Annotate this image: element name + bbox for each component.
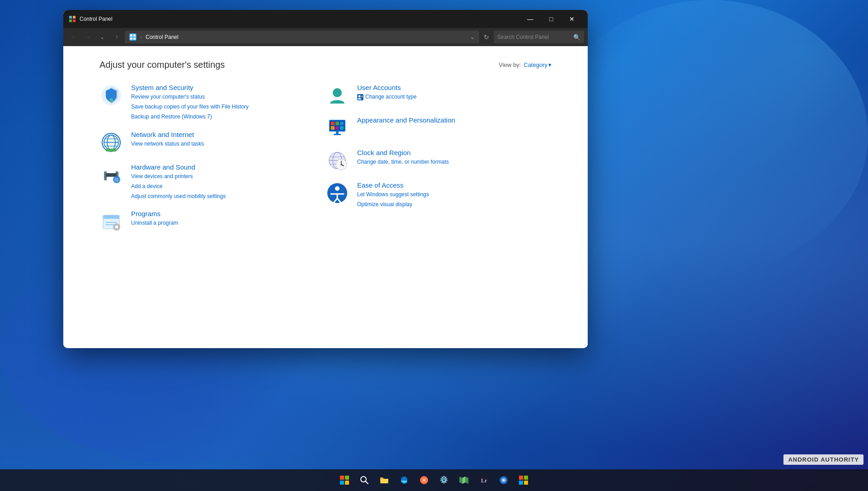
svg-rect-0 bbox=[69, 16, 72, 19]
history-dropdown-button[interactable]: ⌄ bbox=[96, 31, 108, 43]
taskbar-lightroom-button[interactable]: Lr bbox=[475, 471, 493, 489]
ease-access-link-1[interactable]: Let Windows suggest settings bbox=[357, 190, 429, 199]
minimize-button[interactable]: — bbox=[520, 10, 541, 28]
svg-rect-4 bbox=[130, 34, 132, 37]
svg-rect-79 bbox=[524, 476, 528, 480]
svg-point-9 bbox=[109, 98, 113, 102]
hardware-sound-title[interactable]: Hardware and Sound bbox=[131, 163, 226, 171]
category-hardware-sound: Hardware and Sound View devices and prin… bbox=[99, 163, 326, 201]
svg-rect-62 bbox=[345, 476, 349, 480]
appearance-text: Appearance and Personalization bbox=[357, 116, 455, 124]
ease-access-icon bbox=[326, 181, 349, 205]
svg-rect-3 bbox=[73, 19, 75, 22]
view-by-label: View by: bbox=[499, 61, 521, 68]
category-ease-access: Ease of Access Let Windows suggest setti… bbox=[326, 181, 552, 209]
taskbar-browser-button[interactable] bbox=[415, 471, 433, 489]
svg-rect-6 bbox=[130, 38, 132, 40]
search-icon: 🔍 bbox=[573, 34, 580, 41]
clock-region-link-1[interactable]: Change date, time, or number formats bbox=[357, 158, 449, 166]
svg-point-30 bbox=[333, 88, 342, 97]
svg-rect-81 bbox=[524, 481, 528, 485]
hardware-sound-link-2[interactable]: Add a device bbox=[131, 182, 226, 191]
right-column: User Accounts Change account type bbox=[326, 84, 552, 233]
category-clock-region: Clock and Region Change date, time, or n… bbox=[326, 149, 552, 172]
svg-rect-40 bbox=[335, 126, 339, 130]
svg-point-65 bbox=[361, 477, 366, 482]
svg-rect-41 bbox=[340, 126, 344, 130]
svg-point-32 bbox=[359, 95, 361, 97]
forward-button[interactable]: → bbox=[81, 31, 94, 43]
taskbar-edge-button[interactable] bbox=[395, 471, 413, 489]
system-security-link-3[interactable]: Backup and Restore (Windows 7) bbox=[131, 113, 249, 121]
svg-point-55 bbox=[327, 183, 347, 203]
svg-rect-1 bbox=[73, 16, 75, 19]
programs-icon bbox=[99, 210, 123, 233]
address-icon bbox=[129, 33, 137, 41]
control-panel-window: Control Panel — □ ✕ ← → ⌄ ↑ › Control Pa… bbox=[63, 10, 588, 348]
taskbar-search-button[interactable] bbox=[355, 471, 373, 489]
clock-region-title[interactable]: Clock and Region bbox=[357, 149, 449, 156]
system-security-link-2[interactable]: Save backup copies of your files with Fi… bbox=[131, 103, 249, 111]
up-button[interactable]: ↑ bbox=[110, 31, 123, 43]
system-security-text: System and Security Review your computer… bbox=[131, 84, 249, 122]
maximize-button[interactable]: □ bbox=[541, 10, 561, 28]
programs-link-1[interactable]: Uninstall a program bbox=[131, 219, 178, 227]
ease-access-title[interactable]: Ease of Access bbox=[357, 181, 429, 189]
programs-title[interactable]: Programs bbox=[131, 210, 178, 217]
view-by-dropdown[interactable]: Category ▾ bbox=[524, 61, 552, 68]
titlebar: Control Panel — □ ✕ bbox=[63, 10, 588, 28]
address-bar[interactable]: › Control Panel ⌄ bbox=[125, 31, 479, 43]
appearance-title[interactable]: Appearance and Personalization bbox=[357, 116, 455, 124]
content-area: Adjust your computer's settings View by:… bbox=[63, 46, 588, 348]
taskbar-settings-button[interactable] bbox=[435, 471, 453, 489]
search-input[interactable] bbox=[497, 34, 571, 40]
svg-rect-5 bbox=[133, 34, 136, 37]
svg-rect-2 bbox=[69, 19, 72, 22]
search-box[interactable]: 🔍 bbox=[494, 31, 584, 43]
ease-access-text: Ease of Access Let Windows suggest setti… bbox=[357, 181, 429, 209]
svg-rect-21 bbox=[107, 168, 116, 173]
taskbar-app9-button[interactable] bbox=[495, 471, 513, 489]
svg-point-23 bbox=[114, 177, 119, 182]
network-internet-text: Network and Internet View network status… bbox=[131, 131, 204, 148]
back-button[interactable]: ← bbox=[67, 31, 80, 43]
svg-rect-43 bbox=[334, 134, 341, 135]
system-security-link-1[interactable]: Review your computer's status bbox=[131, 93, 249, 101]
svg-line-66 bbox=[366, 482, 368, 484]
taskbar-icons: Lr bbox=[335, 471, 533, 489]
page-title: Adjust your computer's settings bbox=[99, 60, 225, 70]
svg-text:Lr: Lr bbox=[481, 477, 487, 484]
svg-rect-39 bbox=[331, 126, 335, 130]
network-internet-link-1[interactable]: View network status and tasks bbox=[131, 140, 204, 148]
svg-point-69 bbox=[423, 479, 425, 481]
bg-wave-1 bbox=[552, 0, 868, 271]
system-security-title[interactable]: System and Security bbox=[131, 84, 249, 91]
svg-rect-25 bbox=[103, 215, 119, 219]
category-appearance: Appearance and Personalization bbox=[326, 116, 552, 140]
svg-marker-72 bbox=[462, 477, 465, 484]
appearance-icon bbox=[326, 116, 349, 140]
address-dropdown-arrow[interactable]: ⌄ bbox=[470, 34, 475, 40]
window-title: Control Panel bbox=[80, 16, 516, 22]
svg-rect-38 bbox=[340, 122, 344, 125]
left-column: System and Security Review your computer… bbox=[99, 84, 326, 233]
categories-grid: System and Security Review your computer… bbox=[99, 84, 552, 233]
user-accounts-link-1[interactable]: Change account type bbox=[365, 93, 416, 101]
taskbar-maps-button[interactable] bbox=[455, 471, 473, 489]
network-internet-title[interactable]: Network and Internet bbox=[131, 131, 204, 138]
svg-rect-78 bbox=[519, 476, 523, 480]
taskbar-start-button[interactable] bbox=[335, 471, 354, 489]
hardware-sound-link-1[interactable]: View devices and printers bbox=[131, 172, 226, 181]
user-accounts-title[interactable]: User Accounts bbox=[357, 84, 416, 91]
svg-point-70 bbox=[443, 479, 445, 482]
svg-point-54 bbox=[341, 164, 342, 165]
hardware-sound-link-3[interactable]: Adjust commonly used mobility settings bbox=[131, 192, 226, 201]
close-button[interactable]: ✕ bbox=[561, 10, 582, 28]
refresh-button[interactable]: ↻ bbox=[481, 33, 492, 41]
view-by-arrow: ▾ bbox=[548, 61, 552, 68]
taskbar-explorer-button[interactable] bbox=[375, 471, 393, 489]
content-header: Adjust your computer's settings View by:… bbox=[99, 60, 552, 70]
ease-access-link-2[interactable]: Optimize visual display bbox=[357, 200, 429, 209]
addressbar: ← → ⌄ ↑ › Control Panel ⌄ ↻ 🔍 bbox=[63, 28, 588, 46]
taskbar-controlpanel-button[interactable] bbox=[514, 471, 533, 489]
